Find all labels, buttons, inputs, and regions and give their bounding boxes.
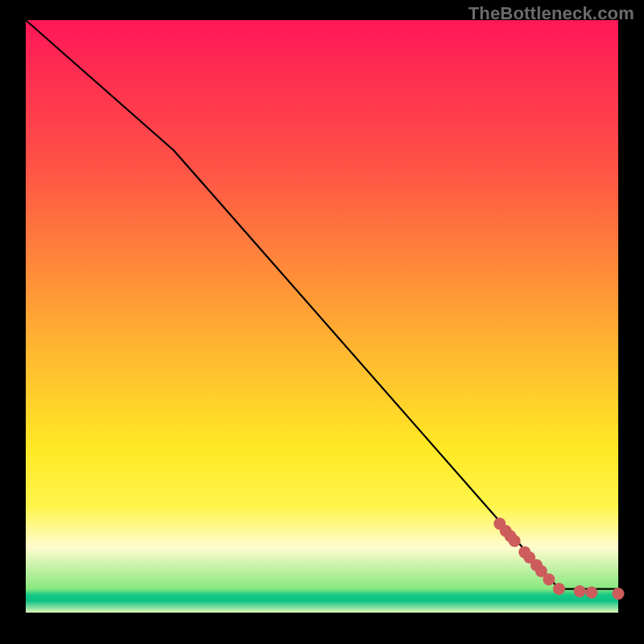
- data-point: [553, 583, 565, 595]
- chart-line: [26, 20, 618, 589]
- data-point: [543, 573, 555, 585]
- data-point: [509, 535, 521, 547]
- plot-area: [26, 20, 618, 613]
- chart-stage: TheBottleneck.com: [0, 0, 644, 644]
- chart-svg: [26, 20, 618, 613]
- chart-points: [493, 518, 624, 600]
- data-point: [585, 586, 597, 598]
- trend-line: [26, 20, 618, 589]
- data-point: [574, 585, 586, 597]
- data-point: [613, 588, 625, 600]
- watermark-text: TheBottleneck.com: [469, 3, 634, 24]
